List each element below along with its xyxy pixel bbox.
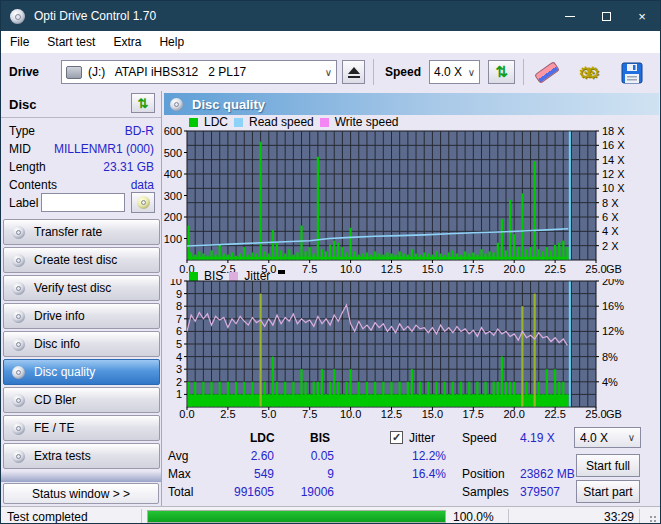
svg-text:600: 600	[164, 127, 182, 137]
read-speed-legend-swatch	[234, 118, 243, 127]
close-button[interactable]: ×	[624, 1, 660, 31]
sidebar-item-label: Create test disc	[34, 253, 117, 267]
sidebar-item-extra-tests[interactable]: Extra tests	[3, 443, 160, 469]
menu-file[interactable]: File	[1, 35, 38, 49]
app-disc-icon	[10, 9, 25, 24]
drive-combobox-value: (J:) ATAPI iHBS312 2 PL17	[88, 65, 321, 79]
speed-combobox[interactable]: 4.0 X ∨	[429, 60, 480, 84]
progress-percent: 100.0%	[453, 510, 494, 524]
sidebar-item-drive-info[interactable]: Drive info	[3, 303, 160, 329]
floppy-disk-icon	[621, 62, 643, 84]
divider	[1, 117, 161, 118]
toolbar-separator	[373, 59, 374, 85]
svg-text:20.0: 20.0	[503, 263, 524, 275]
svg-text:6: 6	[176, 325, 182, 337]
ldc-legend-swatch	[189, 118, 198, 127]
avg-row-label: Avg	[168, 449, 188, 463]
svg-text:5: 5	[176, 338, 182, 350]
sidebar-item-create-test-disc[interactable]: Create test disc	[3, 247, 160, 273]
save-button[interactable]	[617, 59, 647, 86]
start-part-button[interactable]: Start part	[576, 480, 640, 503]
disc-contents-value[interactable]: data	[131, 178, 154, 192]
svg-text:20%: 20%	[602, 279, 624, 287]
start-full-button[interactable]: Start full	[576, 454, 640, 477]
disc-type-value: BD-R	[125, 124, 154, 138]
menu-extra[interactable]: Extra	[104, 35, 150, 49]
disc-mid-label: MID	[9, 142, 31, 156]
disc-length-value: 23.31 GB	[103, 160, 154, 174]
svg-text:6 X: 6 X	[602, 211, 619, 223]
settings-button[interactable]: ⚙⚙	[574, 59, 604, 86]
sidebar-item-fe-te[interactable]: FE / TE	[3, 415, 160, 441]
disc-refresh-button[interactable]: ⇅	[131, 93, 155, 113]
jitter-checkbox[interactable]: ✓	[390, 431, 403, 444]
sidebar-item-disc-quality[interactable]: Disc quality	[3, 359, 160, 385]
chevron-down-icon: ∨	[628, 432, 635, 443]
sidebar-item-disc-info[interactable]: Disc info	[3, 331, 160, 357]
disc-icon	[12, 338, 25, 351]
bis-jitter-chart: 123456789104%8%12%16%20%0.02.55.07.510.0…	[162, 279, 657, 421]
svg-text:12.5: 12.5	[381, 263, 402, 275]
svg-text:8 X: 8 X	[602, 197, 619, 209]
svg-text:100: 100	[164, 233, 182, 245]
svg-text:17.5: 17.5	[463, 263, 484, 275]
sidebar-item-verify-test-disc[interactable]: Verify test disc	[3, 275, 160, 301]
disc-type-label: Type	[9, 124, 35, 138]
svg-text:200: 200	[164, 211, 182, 223]
svg-text:10.0: 10.0	[340, 263, 361, 275]
maximize-button[interactable]	[588, 1, 624, 31]
resize-grip[interactable]	[649, 515, 657, 523]
disc-icon	[12, 366, 25, 379]
samples-value: 379507	[520, 485, 560, 499]
disc-label-input[interactable]	[41, 193, 125, 212]
chevron-down-icon: ∨	[468, 67, 475, 78]
svg-text:8: 8	[176, 300, 182, 312]
svg-text:1: 1	[176, 388, 182, 400]
refresh-button[interactable]: ⇅	[488, 60, 515, 84]
panel-header: Disc quality	[164, 93, 659, 115]
disc-label-button[interactable]	[131, 192, 155, 213]
sidebar-item-cd-bler[interactable]: CD Bler	[3, 387, 160, 413]
svg-text:500: 500	[164, 147, 182, 159]
svg-text:4 X: 4 X	[602, 225, 619, 237]
status-text: Test completed	[7, 510, 88, 524]
svg-text:18 X: 18 X	[602, 127, 625, 137]
svg-text:25.0: 25.0	[585, 408, 606, 420]
svg-text:16%: 16%	[602, 300, 624, 312]
sidebar-item-label: Verify test disc	[34, 281, 111, 295]
window-title: Opti Drive Control 1.70	[34, 9, 156, 23]
max-jitter-value: 16.4%	[396, 467, 446, 481]
disc-length-row: Length 23.31 GB	[9, 160, 154, 174]
svg-text:9: 9	[176, 288, 182, 300]
sidebar-gradient	[1, 471, 161, 482]
ldc-column-header: LDC	[250, 431, 275, 445]
disc-icon	[12, 254, 25, 267]
eject-button[interactable]	[342, 60, 365, 84]
disc-contents-row: Contents data	[9, 178, 154, 192]
sidebar-item-label: Disc quality	[34, 365, 95, 379]
svg-text:7.5: 7.5	[302, 408, 317, 420]
total-ldc-value: 991605	[224, 485, 274, 499]
svg-text:3: 3	[176, 363, 182, 375]
sidebar-item-label: Disc info	[34, 337, 80, 351]
menu-help[interactable]: Help	[150, 35, 193, 49]
test-speed-value: 4.0 X	[580, 431, 624, 445]
statusbar-separator	[141, 509, 142, 524]
avg-ldc-value: 2.60	[224, 449, 274, 463]
write-speed-legend-swatch	[320, 118, 329, 127]
svg-text:2.5: 2.5	[220, 408, 235, 420]
erase-disc-button[interactable]	[532, 59, 562, 86]
drive-combobox[interactable]: (J:) ATAPI iHBS312 2 PL17 ∨	[61, 60, 337, 84]
minimize-button[interactable]	[552, 1, 588, 31]
status-window-button[interactable]: Status window > >	[3, 483, 159, 504]
svg-text:0.0: 0.0	[179, 408, 194, 420]
speed-combobox-value: 4.0 X	[434, 65, 464, 79]
svg-text:300: 300	[164, 190, 182, 202]
menu-start-test[interactable]: Start test	[38, 35, 104, 49]
svg-text:8%: 8%	[602, 351, 618, 363]
speed-label: Speed	[462, 431, 497, 445]
test-speed-combobox[interactable]: 4.0 X ∨	[574, 427, 641, 448]
sidebar-item-transfer-rate[interactable]: Transfer rate	[3, 219, 160, 245]
menu-bar: File Start test Extra Help	[1, 31, 660, 53]
disc-icon	[12, 310, 25, 323]
